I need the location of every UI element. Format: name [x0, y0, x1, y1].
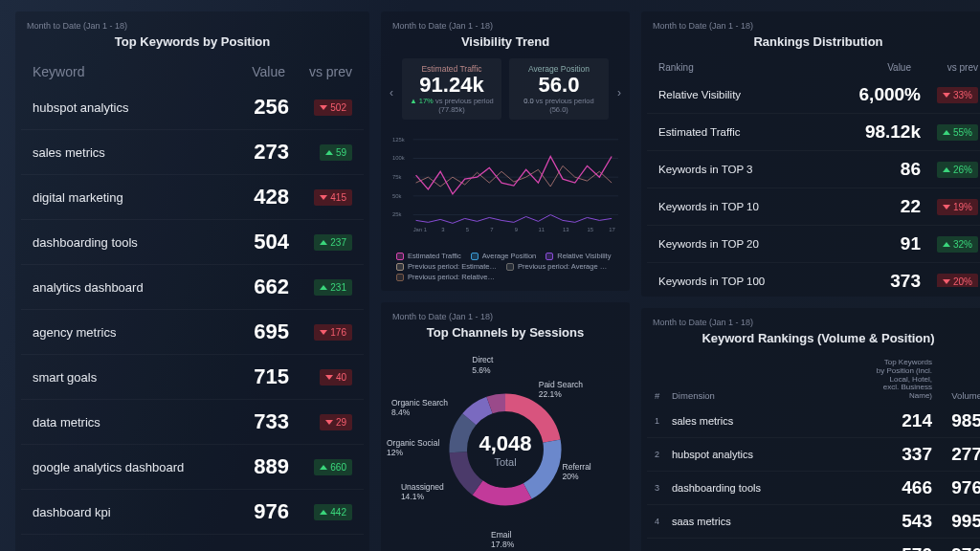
legend-item[interactable]: Previous period: Estimate… [396, 262, 497, 271]
svg-text:100k: 100k [392, 156, 405, 162]
rankings-distribution-card: Month to Date (Jan 1 - 18) Rankings Dist… [641, 11, 980, 297]
svg-text:50k: 50k [392, 193, 402, 199]
slice-label: Referral20% [563, 462, 591, 481]
keyword-cell: data metrics [33, 415, 211, 430]
delta-badge: 502 [314, 99, 352, 116]
svg-text:Jan 1: Jan 1 [413, 227, 427, 232]
delta-badge: 26% [937, 162, 978, 178]
table-row[interactable]: Relative Visibility 6,000% 33% [647, 77, 980, 114]
delta-badge: 55% [937, 124, 978, 141]
svg-text:25k: 25k [392, 212, 402, 218]
table-row[interactable]: 2 hubspot analytics 337 277 [647, 438, 980, 472]
value-cell: 256 [211, 95, 289, 120]
value-cell: 504 [211, 230, 289, 254]
chart-legend: Estimated Traffic Average Position Relat… [387, 246, 624, 281]
keyword-cell: hubspot analytics [33, 100, 211, 115]
table-row[interactable]: Keywords in TOP 20 91 32% [647, 226, 980, 263]
rankings-dist-title: Rankings Distribution [647, 34, 980, 49]
keyword-cell: google analytics dashboard [33, 460, 211, 474]
legend-item[interactable]: Estimated Traffic [396, 252, 461, 260]
value-cell: 733 [211, 409, 289, 434]
legend-item[interactable]: Average Position [471, 252, 537, 260]
value-cell: 273 [211, 140, 289, 165]
visibility-trend-card: Month to Date (Jan 1 - 18) Visibility Tr… [381, 11, 630, 291]
top-keywords-card: Month to Date (Jan 1 - 18) Top Keywords … [15, 11, 369, 551]
table-row[interactable]: dashboarding tools 504 237 [21, 220, 364, 265]
top-keywords-header: Keyword Value vs prev [21, 58, 364, 85]
delta-badge: 33% [937, 87, 978, 103]
svg-text:7: 7 [490, 227, 493, 232]
table-row[interactable]: Keywords in TOP 10 22 19% [647, 188, 980, 226]
table-row[interactable]: digital marketing 428 415 [21, 175, 364, 220]
table-row[interactable]: 3 dashboarding tools 466 976 [647, 472, 980, 505]
delta-badge: 176 [314, 324, 352, 341]
top-channels-card: Month to Date (Jan 1 - 18) Top Channels … [381, 302, 630, 551]
keyword-cell: smart goals [33, 370, 211, 385]
value-cell: 715 [211, 364, 289, 389]
slice-label: Organic Search8.4% [391, 398, 448, 417]
keyword-cell: dashboarding tools [33, 235, 211, 250]
slice-label: Unassigned14.1% [401, 482, 444, 501]
table-row[interactable]: hubspot analytics 256 502 [21, 85, 364, 130]
svg-text:75k: 75k [392, 174, 402, 180]
channels-donut-chart: 4,048 Total Paid Search22.1% Referral20%… [387, 349, 624, 550]
table-row[interactable]: analytics dashboard 662 231 [21, 265, 364, 310]
svg-text:9: 9 [515, 227, 518, 232]
keyword-cell: sales metrics [33, 145, 211, 160]
keyword-cell: digital marketing [33, 190, 211, 205]
visibility-line-chart: 125k100k75k 50k25k Jan 135 7911 131517 [392, 127, 618, 246]
value-cell: 695 [211, 320, 289, 344]
svg-text:11: 11 [538, 227, 545, 232]
table-row[interactable]: 5 google analytics dashboard 570 976 [647, 539, 980, 551]
delta-badge: 19% [937, 199, 978, 215]
keyword-cell: analytics dashboard [33, 280, 211, 295]
slice-label: Organic Social12% [387, 438, 439, 457]
keyword-cell: dashboard kpi [33, 505, 211, 519]
visibility-trend-title: Visibility Trend [387, 34, 624, 49]
value-cell: 976 [211, 499, 289, 524]
delta-badge: 231 [314, 279, 352, 296]
value-cell: 662 [211, 275, 289, 299]
rankings-vp-title: Keyword Rankings (Volume & Position) [647, 331, 980, 345]
table-row[interactable]: smart goals 715 40 [21, 355, 364, 400]
date-range: Month to Date (Jan 1 - 18) [21, 21, 364, 31]
table-row[interactable]: data metrics 733 29 [21, 400, 364, 445]
delta-badge: 442 [314, 504, 352, 520]
slice-label: Direct5.6% [472, 355, 493, 374]
table-row[interactable]: sales metrics 273 59 [21, 130, 364, 175]
keyword-cell: agency metrics [33, 325, 211, 340]
chevron-right-icon[interactable]: › [614, 58, 624, 127]
top-keywords-title: Top Keywords by Position [21, 34, 364, 49]
table-row[interactable]: google analytics dashboard 889 660 [21, 445, 364, 490]
table-row[interactable]: Keywords in TOP 3 86 26% [647, 151, 980, 188]
slice-label: Email17.8% [491, 530, 514, 549]
delta-badge: 40 [320, 369, 352, 386]
slice-label: Paid Search22.1% [539, 380, 583, 399]
delta-badge: 29 [320, 414, 352, 430]
table-row[interactable]: dashboard kpi 976 442 [21, 490, 364, 535]
svg-text:5: 5 [466, 227, 470, 232]
table-row[interactable]: Keywords in TOP 100 373 20% [647, 263, 980, 287]
legend-item[interactable]: Previous period: Average … [506, 262, 607, 271]
keyword-rankings-vp-card: Month to Date (Jan 1 - 18) Keyword Ranki… [641, 308, 980, 551]
table-row[interactable]: agency metrics 695 176 [21, 310, 364, 355]
delta-badge: 415 [314, 189, 352, 206]
delta-badge: 660 [314, 459, 352, 475]
legend-item[interactable]: Relative Visibility [546, 252, 611, 260]
delta-badge: 237 [314, 234, 352, 251]
legend-item[interactable]: Previous period: Relative… [396, 273, 495, 281]
delta-badge: 59 [320, 144, 352, 161]
svg-text:13: 13 [563, 227, 569, 232]
delta-badge: 20% [937, 274, 978, 288]
average-position-card[interactable]: Average Position 56.0 0.0 vs previous pe… [509, 58, 609, 120]
estimated-traffic-card[interactable]: Estimated Traffic 91.24k ▲ 17% vs previo… [402, 58, 501, 120]
table-row[interactable]: 1 sales metrics 214 985 [647, 405, 980, 438]
delta-badge: 32% [937, 236, 978, 253]
svg-text:15: 15 [588, 227, 594, 232]
table-row[interactable]: 4 saas metrics 543 995 [647, 505, 980, 539]
chevron-left-icon[interactable]: ‹ [387, 58, 396, 127]
table-row[interactable]: Estimated Traffic 98.12k 55% [647, 114, 980, 151]
svg-text:125k: 125k [392, 137, 405, 143]
top-channels-title: Top Channels by Sessions [387, 325, 624, 340]
value-cell: 889 [211, 454, 289, 479]
